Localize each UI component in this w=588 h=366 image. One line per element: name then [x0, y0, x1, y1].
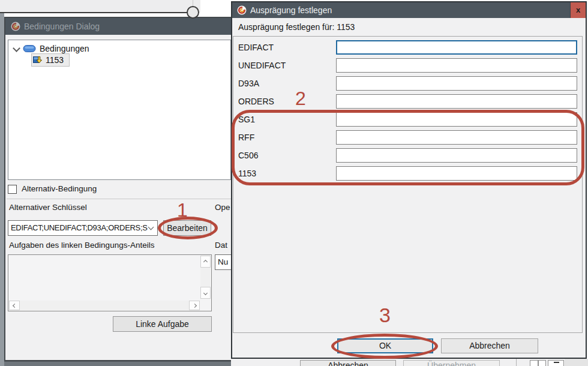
dialog-header-text: Ausprägung festlegen für: 1153 [238, 18, 355, 36]
fields-panel: EDIFACT UNEDIFACT D93A ORDERS SG1 RFF [233, 36, 583, 333]
scroll-right-button[interactable] [189, 301, 200, 310]
datentyp-label-clipped: Dat [215, 241, 227, 250]
linke-aufgabe-button[interactable]: Linke Aufgabe [113, 316, 212, 332]
field-label-d93a: D93A [238, 76, 259, 91]
tree-node-label: Bedingungen [40, 43, 89, 55]
field-input-rff[interactable] [336, 130, 577, 145]
field-input-sg1[interactable] [336, 112, 577, 127]
app-logo-icon [11, 22, 20, 31]
field-label-rff: RFF [238, 130, 254, 145]
field-label-unedifact: UNEDIFACT [238, 58, 286, 73]
alternativer-schluessel-label: Alternativer Schlüssel [9, 203, 87, 212]
connector-node [187, 6, 199, 19]
horizontal-scrollbar[interactable] [9, 301, 200, 310]
ok-button[interactable]: OK [337, 338, 433, 353]
window-edge-strip [0, 13, 4, 366]
dialog-titlebar[interactable]: Ausprägung festlegen x [232, 2, 586, 18]
alternative-key-combobox[interactable]: EDIFACT;UNEDIFACT;D93A;ORDERS;S [8, 220, 158, 236]
scroll-down-icon [203, 290, 208, 295]
field-input-edifact[interactable] [336, 40, 577, 55]
scroll-left-button[interactable] [9, 301, 20, 310]
window-bottom-band [4, 361, 234, 366]
combobox-value: EDIFACT;UNEDIFACT;D93A;ORDERS;S [11, 221, 148, 235]
scroll-down-button[interactable] [200, 287, 211, 299]
field-input-d93a[interactable] [336, 76, 577, 91]
scroll-right-icon [192, 303, 196, 307]
field-input-1153[interactable] [336, 166, 577, 181]
combobox-value: Nu [218, 255, 228, 269]
abbrechen-button[interactable]: Abbrechen [441, 338, 538, 353]
field-label-sg1: SG1 [238, 112, 255, 127]
field-input-orders[interactable] [336, 94, 577, 109]
diagram-connector-line [0, 12, 188, 13]
aufgaben-label: Aufgaben des linken Bedingungs-Anteils [9, 241, 154, 250]
field-label-orders: ORDERS [238, 94, 274, 109]
dialog-title: Ausprägung festlegen [250, 2, 332, 18]
condition-item-icon [33, 55, 43, 65]
app-logo-icon [237, 5, 247, 15]
screenshot-stage: Bedingungen Dialog Bedingungen 1153 [0, 0, 588, 366]
bearbeiten-button[interactable]: Bearbeiten [163, 220, 211, 236]
close-icon[interactable]: x [570, 2, 586, 18]
fragment-spinner-box [538, 360, 546, 366]
separator [7, 199, 231, 199]
field-label-edifact: EDIFACT [238, 40, 274, 55]
field-label-c506: C506 [238, 148, 258, 163]
scroll-up-button[interactable] [200, 256, 211, 268]
bedingungen-dialog-titlebar[interactable]: Bedingungen Dialog [5, 18, 231, 35]
bedingungen-dialog: Bedingungen Dialog Bedingungen 1153 [4, 17, 232, 361]
field-input-c506[interactable] [336, 148, 577, 163]
background-canvas-strip [0, 0, 200, 13]
scroll-left-icon [12, 303, 16, 307]
field-label-1153: 1153 [238, 166, 256, 181]
uebernehmen-button-disabled: Übernehmen [403, 360, 500, 366]
auspraegung-festlegen-dialog: Ausprägung festlegen x Ausprägung festle… [231, 1, 587, 359]
divider [516, 359, 517, 366]
abbrechen-button-background[interactable]: Abbrechen [300, 360, 396, 366]
fragment-glyph [554, 362, 559, 363]
operator-label-clipped: Ope [215, 203, 230, 212]
fragment-spinner-box [530, 360, 538, 366]
scroll-up-icon [203, 259, 208, 263]
tree-node-bedingungen[interactable]: Bedingungen [11, 43, 227, 55]
condition-root-icon [23, 44, 36, 53]
tree-node-1153-selected[interactable]: 1153 [31, 53, 70, 67]
conditions-tree[interactable]: Bedingungen 1153 [8, 40, 231, 180]
fragment-fill [565, 359, 588, 366]
left-tasks-listbox[interactable] [8, 254, 212, 311]
alternativ-bedingung-label: Alternativ-Bedingung [22, 184, 97, 193]
alternativ-bedingung-checkbox[interactable] [8, 185, 17, 194]
field-input-unedifact[interactable] [336, 58, 577, 73]
tree-node-label: 1153 [46, 54, 64, 66]
chevron-down-icon[interactable] [148, 224, 154, 230]
dialog-title: Bedingungen Dialog [24, 18, 100, 35]
fragment-icon-box [548, 360, 564, 366]
chevron-down-icon[interactable] [13, 44, 20, 52]
vertical-scrollbar[interactable] [200, 256, 211, 299]
